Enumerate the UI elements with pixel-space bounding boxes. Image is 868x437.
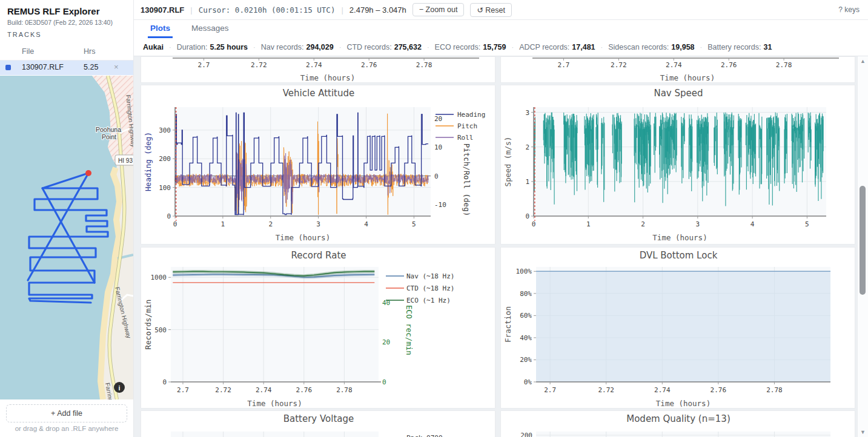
chart-dvl-bottom-lock-plot[interactable]: DVL Bottom Lock0%20%40%60%80%100%2.72.72…: [501, 248, 855, 409]
toolbar-divider: |: [341, 5, 343, 15]
svg-text:0: 0: [173, 220, 177, 228]
sidebar: REMUS RLF Explorer Build: 0E3D507 (Feb 2…: [0, 0, 134, 437]
cursor-readout: Cursor: 0.0210h (00:01:15 UTC): [199, 5, 336, 15]
svg-text:i: i: [118, 384, 120, 392]
zoom-out-button[interactable]: − Zoom out: [412, 3, 465, 16]
svg-text:0: 0: [532, 220, 536, 228]
svg-text:DVL Bottom Lock: DVL Bottom Lock: [640, 250, 718, 261]
svg-text:2.76: 2.76: [296, 386, 312, 394]
chart-top-left-partial-plot[interactable]: 2.72.722.742.762.78Time (hours): [141, 57, 495, 83]
svg-text:2.72: 2.72: [611, 61, 627, 69]
svg-text:2.7: 2.7: [198, 61, 210, 69]
svg-text:10: 10: [434, 143, 442, 151]
svg-text:2.78: 2.78: [336, 386, 353, 394]
chart-record-rate-plot[interactable]: Record Rate05001000020402.72.722.742.762…: [141, 248, 495, 409]
svg-text:300: 300: [159, 126, 171, 134]
svg-text:2.74: 2.74: [666, 61, 682, 69]
svg-text:Record Rate: Record Rate: [291, 250, 346, 261]
tab-messages[interactable]: Messages: [189, 20, 231, 38]
map-label-point-2: Point: [102, 133, 116, 140]
file-name: 130907.RLF: [22, 63, 64, 71]
svg-text:3: 3: [525, 109, 529, 117]
file-table-row[interactable]: 130907.RLF 5.25 ×: [0, 61, 133, 75]
toolbar-divider: |: [190, 5, 192, 15]
svg-text:2: 2: [268, 220, 273, 228]
svg-text:20: 20: [434, 115, 442, 123]
chart-nav-speed-plot[interactable]: Nav Speed0123012345Time (hours)Speed (m/…: [501, 85, 855, 245]
svg-text:2.74: 2.74: [654, 386, 671, 394]
svg-text:20: 20: [382, 338, 390, 346]
svg-text:Roll: Roll: [457, 134, 474, 142]
map-svg[interactable]: Poohuna Point HI 93 Farrington Highway F…: [0, 76, 133, 399]
svg-text:1: 1: [221, 220, 225, 228]
tracks-label: TRACKS: [7, 31, 42, 38]
active-file-label: 130907.RLF: [141, 5, 184, 15]
info-separator: ·: [512, 44, 514, 51]
svg-text:60%: 60%: [520, 312, 532, 320]
svg-text:1000: 1000: [151, 274, 167, 281]
svg-text:2: 2: [641, 220, 645, 228]
track-map[interactable]: Poohuna Point HI 93 Farrington Highway F…: [0, 76, 133, 399]
keyboard-shortcuts-hint[interactable]: ? keys: [838, 5, 860, 14]
scroll-up-arrow[interactable]: ▲: [858, 57, 868, 65]
map-attribution-icon[interactable]: i: [114, 382, 125, 393]
svg-text:0: 0: [434, 172, 439, 180]
add-file-button[interactable]: + Add file: [6, 404, 127, 422]
scroll-down-arrow[interactable]: ▼: [858, 428, 868, 436]
chart-top-right-partial-plot[interactable]: 2.72.722.742.762.78Time (hours): [501, 57, 855, 83]
scrollbar-thumb[interactable]: [860, 186, 866, 295]
svg-text:0: 0: [162, 378, 167, 386]
chart-battery-voltage-plot[interactable]: Battery VoltagePack 0700: [141, 411, 495, 437]
info-separator: ·: [253, 44, 256, 51]
svg-text:100: 100: [159, 184, 171, 192]
remove-file-icon[interactable]: ×: [114, 62, 119, 71]
svg-text:0%: 0%: [524, 378, 532, 386]
svg-text:2.76: 2.76: [361, 61, 377, 69]
svg-text:2.78: 2.78: [766, 386, 783, 394]
chart-vehicle-attitude-plot[interactable]: Vehicle Attitude0100200300-1001020012345…: [141, 85, 495, 245]
chart-top-right-partial: 2.72.722.742.762.78Time (hours): [500, 56, 855, 83]
tab-plots[interactable]: Plots: [148, 20, 173, 38]
vertical-scrollbar[interactable]: ▲ ▼: [857, 56, 868, 437]
svg-text:2: 2: [525, 143, 529, 151]
svg-text:500: 500: [154, 326, 167, 334]
svg-text:5: 5: [805, 220, 809, 228]
svg-text:Records/min: Records/min: [144, 300, 153, 350]
svg-text:20%: 20%: [520, 356, 532, 364]
build-info: Build: 0E3D507 (Feb 22, 2026 13:40): [7, 19, 113, 26]
svg-text:Heading (deg): Heading (deg): [144, 132, 153, 191]
svg-text:2.76: 2.76: [711, 386, 727, 394]
svg-text:Modem Quality (n=13): Modem Quality (n=13): [626, 413, 730, 424]
svg-text:Heading: Heading: [457, 111, 485, 119]
svg-text:2.7: 2.7: [177, 386, 189, 394]
info-separator: ·: [427, 44, 429, 51]
svg-text:80%: 80%: [520, 290, 532, 298]
top-toolbar: 130907.RLF | Cursor: 0.0210h (00:01:15 U…: [133, 0, 868, 20]
svg-text:4: 4: [364, 220, 368, 228]
chart-top-left-partial: 2.72.722.742.762.78Time (hours): [141, 56, 495, 83]
svg-text:ECO rec/min: ECO rec/min: [405, 305, 414, 355]
svg-text:-10: -10: [434, 201, 446, 209]
info-separator: ·: [700, 44, 703, 51]
chart-nav-speed: Nav Speed0123012345Time (hours)Speed (m/…: [500, 85, 855, 245]
svg-text:Nav (~18 Hz): Nav (~18 Hz): [406, 272, 454, 280]
file-column-header: File: [22, 47, 34, 56]
svg-text:0: 0: [382, 378, 386, 386]
svg-text:1: 1: [525, 178, 529, 186]
svg-text:2.74: 2.74: [256, 386, 272, 394]
map-label-point-1: Poohuna: [96, 126, 121, 133]
svg-text:4: 4: [750, 220, 755, 228]
reset-button[interactable]: ↺ Reset: [470, 3, 512, 17]
chart-modem-quality: Modem Quality (n=13)200: [500, 410, 855, 437]
mission-stat: Sidescan records:19,958: [608, 43, 694, 51]
svg-text:Speed (m/s): Speed (m/s): [503, 137, 512, 187]
chart-vehicle-attitude: Vehicle Attitude0100200300-1001020012345…: [141, 85, 495, 245]
svg-text:Time (hours): Time (hours): [247, 399, 302, 408]
svg-text:Time (hours): Time (hours): [660, 73, 715, 82]
mission-stat: ADCP records:17,481: [519, 43, 595, 51]
chart-modem-quality-plot[interactable]: Modem Quality (n=13)200: [501, 411, 855, 437]
chart-record-rate: Record Rate05001000020402.72.722.742.762…: [141, 247, 495, 409]
svg-text:0: 0: [167, 212, 171, 220]
chart-battery-voltage: Battery VoltagePack 0700: [141, 410, 495, 437]
svg-text:Time (hours): Time (hours): [652, 233, 707, 242]
